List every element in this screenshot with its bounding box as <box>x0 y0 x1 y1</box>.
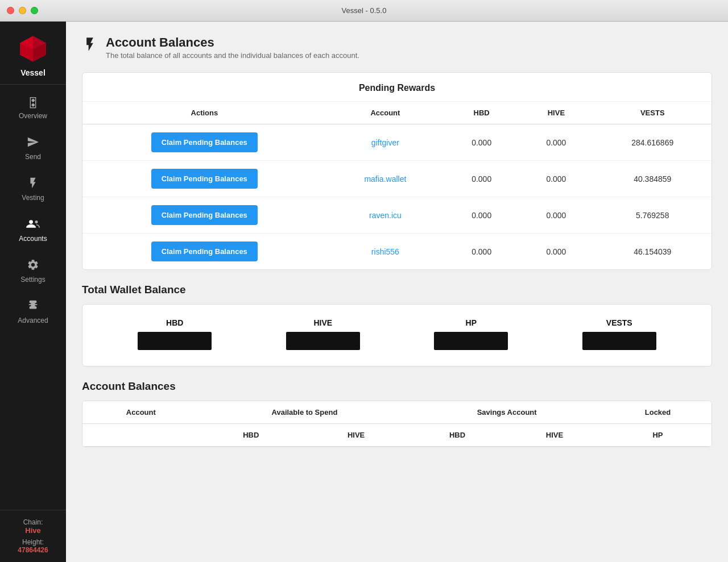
bal-sub-hp: HP <box>604 424 712 447</box>
balance-hbd-col: HBD <box>138 318 212 350</box>
rewards-vests-cell: 5.769258 <box>594 197 712 234</box>
rewards-hive-cell: 0.000 <box>519 161 593 197</box>
window-title: Vessel - 0.5.0 <box>342 6 387 15</box>
bal-col-account: Account <box>82 401 200 424</box>
maximize-button[interactable] <box>31 7 38 14</box>
rewards-vests-cell: 46.154039 <box>594 234 712 270</box>
rewards-action-cell: Claim Pending Balances <box>82 161 326 197</box>
height-label: Height: <box>0 538 66 546</box>
balance-hive-value <box>286 332 360 350</box>
bal-sub-hbd1: HBD <box>200 424 303 447</box>
page-icon <box>82 36 98 56</box>
balance-hive-label: HIVE <box>313 318 332 327</box>
sidebar-item-settings[interactable]: Settings <box>0 251 66 292</box>
rewards-table-row: Claim Pending Balances raven.icu 0.000 0… <box>82 197 712 234</box>
minimize-button[interactable] <box>19 7 26 14</box>
sidebar-item-send[interactable]: Send <box>0 128 66 169</box>
chain-label: Chain: <box>0 518 66 526</box>
col-hive: HIVE <box>519 102 593 124</box>
rewards-table: Actions Account HBD HIVE VESTS Claim Pen… <box>82 102 712 269</box>
rewards-action-cell: Claim Pending Balances <box>82 124 326 161</box>
sidebar-label-vesting: Vesting <box>22 194 44 202</box>
balance-hbd-value <box>138 332 212 350</box>
balance-columns: HBD HIVE HP VESTS <box>101 318 693 350</box>
sidebar-item-overview[interactable]: 🎛 Overview <box>0 89 66 128</box>
account-link[interactable]: rishi556 <box>371 247 399 256</box>
advanced-icon <box>27 299 39 314</box>
balance-hbd-label: HBD <box>166 318 183 327</box>
sidebar: Vessel 🎛 Overview Send Vesting <box>0 22 66 562</box>
height-value: 47864426 <box>0 546 66 554</box>
balance-hp-label: HP <box>466 318 477 327</box>
sidebar-footer: Chain: Hive Height: 47864426 <box>0 510 66 562</box>
total-wallet-heading: Total Wallet Balance <box>82 284 712 296</box>
pending-rewards-card: Pending Rewards Actions Account HBD HIVE… <box>82 72 712 270</box>
account-link[interactable]: mafia.wallet <box>364 174 406 184</box>
sidebar-item-accounts[interactable]: Accounts <box>0 210 66 251</box>
rewards-account-cell: mafia.wallet <box>326 161 444 197</box>
account-balances-heading: Account Balances <box>82 380 712 393</box>
sidebar-nav: 🎛 Overview Send Vesting <box>0 89 66 510</box>
rewards-action-cell: Claim Pending Balances <box>82 197 326 234</box>
claim-button[interactable]: Claim Pending Balances <box>151 205 258 225</box>
sidebar-item-advanced[interactable]: Advanced <box>0 292 66 332</box>
balance-hp-value <box>434 332 508 350</box>
send-icon <box>27 136 39 151</box>
rewards-vests-cell: 284.616869 <box>594 124 712 161</box>
rewards-hbd-cell: 0.000 <box>444 234 519 270</box>
svg-point-5 <box>29 220 33 224</box>
balance-vests-col: VESTS <box>582 318 656 350</box>
rewards-action-cell: Claim Pending Balances <box>82 234 326 270</box>
sidebar-label-settings: Settings <box>20 276 45 284</box>
title-bar: Vessel - 0.5.0 <box>0 0 728 22</box>
col-account: Account <box>326 102 444 124</box>
svg-point-6 <box>35 220 38 223</box>
bal-col-savings: Savings Account <box>410 401 604 424</box>
sidebar-label-advanced: Advanced <box>18 317 48 324</box>
rewards-account-cell: raven.icu <box>326 197 444 234</box>
balance-hp-col: HP <box>434 318 508 350</box>
hive-logo-icon <box>18 34 48 64</box>
page-title: Account Balances <box>106 35 359 50</box>
rewards-table-row: Claim Pending Balances giftgiver 0.000 0… <box>82 124 712 161</box>
main-content: Account Balances The total balance of al… <box>66 22 728 562</box>
claim-button[interactable]: Claim Pending Balances <box>151 242 258 261</box>
rewards-account-cell: giftgiver <box>326 124 444 161</box>
balances-table: Account Available to Spend Savings Accou… <box>82 401 712 447</box>
balance-hive-col: HIVE <box>286 318 360 350</box>
claim-button[interactable]: Claim Pending Balances <box>151 132 258 152</box>
bal-sub-hive1: HIVE <box>303 424 410 447</box>
sidebar-app-name: Vessel <box>20 68 46 77</box>
rewards-table-row: Claim Pending Balances mafia.wallet 0.00… <box>82 161 712 197</box>
col-hbd: HBD <box>444 102 519 124</box>
window-controls <box>7 7 38 14</box>
rewards-hive-cell: 0.000 <box>519 124 593 161</box>
sidebar-label-accounts: Accounts <box>19 235 47 243</box>
bal-sub-hive2: HIVE <box>505 424 604 447</box>
account-link[interactable]: raven.icu <box>369 211 402 220</box>
rewards-hbd-cell: 0.000 <box>444 124 519 161</box>
account-link[interactable]: giftgiver <box>371 138 399 147</box>
overview-icon: 🎛 <box>27 97 39 110</box>
close-button[interactable] <box>7 7 14 14</box>
sidebar-label-overview: Overview <box>19 112 47 120</box>
rewards-table-row: Claim Pending Balances rishi556 0.000 0.… <box>82 234 712 270</box>
balance-vests-value <box>582 332 656 350</box>
claim-button[interactable]: Claim Pending Balances <box>151 169 258 189</box>
pending-rewards-title: Pending Rewards <box>82 73 712 102</box>
sidebar-item-vesting[interactable]: Vesting <box>0 169 66 210</box>
rewards-hive-cell: 0.000 <box>519 234 593 270</box>
col-vests: VESTS <box>594 102 712 124</box>
vesting-icon <box>27 177 39 192</box>
rewards-hive-cell: 0.000 <box>519 197 593 234</box>
page-header-text: Account Balances The total balance of al… <box>106 35 359 60</box>
bal-col-locked: Locked <box>604 401 712 424</box>
accounts-icon <box>26 218 40 232</box>
account-balances-card: Account Available to Spend Savings Accou… <box>82 401 712 447</box>
rewards-vests-cell: 40.384859 <box>594 161 712 197</box>
rewards-hbd-cell: 0.000 <box>444 161 519 197</box>
bal-sub-account <box>82 424 200 447</box>
page-subtitle: The total balance of all accounts and th… <box>106 51 359 60</box>
settings-icon <box>27 259 39 273</box>
sidebar-logo-area: Vessel <box>0 22 66 85</box>
